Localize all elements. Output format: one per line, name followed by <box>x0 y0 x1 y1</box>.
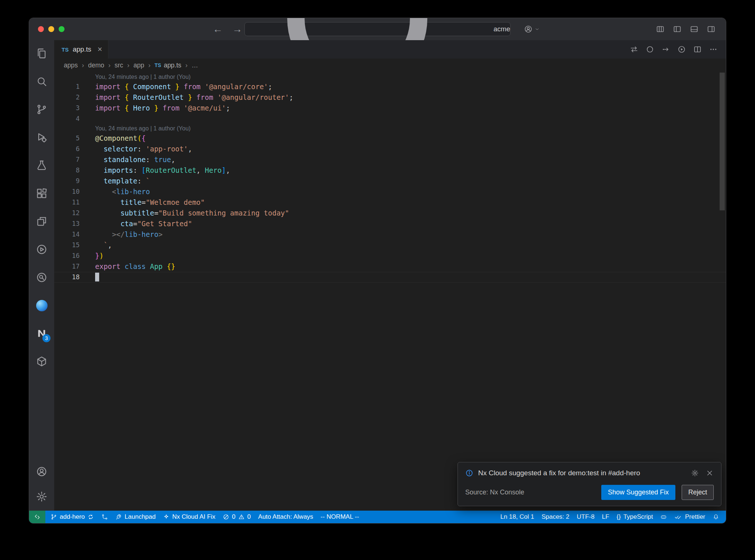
minimize-window-button[interactable] <box>48 26 54 32</box>
editor-actions <box>630 40 718 59</box>
notification-close-button[interactable] <box>706 469 714 477</box>
annotations-icon[interactable] <box>646 45 654 54</box>
activity-explorer[interactable] <box>33 45 51 62</box>
more-actions-icon[interactable] <box>709 45 718 54</box>
auto-attach-item[interactable]: Auto Attach: Always <box>254 511 317 523</box>
tab-app-ts[interactable]: TS app.ts × <box>54 40 108 59</box>
forward-button[interactable]: → <box>232 24 242 34</box>
branch-item[interactable]: add-hero <box>47 511 98 523</box>
line-number: 13 <box>54 218 80 229</box>
formatter-item[interactable]: Prettier <box>671 511 709 523</box>
code-line[interactable]: 4 <box>54 113 726 124</box>
notifications-bell[interactable] <box>709 511 723 523</box>
edge-icon <box>36 300 48 311</box>
breadcrumb-item-apps[interactable]: apps <box>64 62 78 69</box>
language-item[interactable]: {} TypeScript <box>613 511 657 523</box>
breadcrumb-file[interactable]: TS app.ts <box>154 62 181 69</box>
activity-run-target[interactable] <box>33 241 51 258</box>
code-line[interactable]: 2import { RouterOutlet } from '@angular/… <box>54 92 726 103</box>
remote-icon <box>34 514 41 520</box>
play-circle-icon <box>36 244 48 255</box>
activity-search[interactable] <box>33 73 51 90</box>
problems-item[interactable]: 0 0 <box>219 511 254 523</box>
notification-source: Source: Nx Console <box>465 489 601 496</box>
eol-item[interactable]: LF <box>598 511 613 523</box>
vertical-scrollbar[interactable] <box>720 73 725 210</box>
code-line[interactable]: 6 selector: 'app-root', <box>54 144 726 154</box>
account-icon <box>524 25 533 34</box>
cursor-position-item[interactable]: Ln 18, Col 1 <box>497 511 538 523</box>
code-line[interactable]: 14 ></lib-hero> <box>54 229 726 240</box>
split-editor-icon[interactable] <box>693 45 702 54</box>
activity-edge-devtools[interactable] <box>33 297 51 314</box>
play-circle-icon[interactable] <box>677 45 686 54</box>
code-line[interactable]: 17export class App {} <box>54 261 726 272</box>
code-line[interactable]: 12 subtitle="Build something amazing tod… <box>54 208 726 218</box>
notification-title: Nx Cloud suggested a fix for demo:test i… <box>478 469 686 477</box>
search-value: acme <box>494 25 510 33</box>
tab-close-button[interactable]: × <box>98 45 102 53</box>
code-line[interactable]: 7 standalone: true, <box>54 154 726 165</box>
line-number: 5 <box>54 133 80 144</box>
remote-indicator[interactable] <box>29 511 45 523</box>
code-line[interactable]: 18 <box>54 272 726 283</box>
customize-layout-button[interactable] <box>656 25 665 34</box>
activity-containers[interactable] <box>33 353 51 370</box>
toggle-panel-button[interactable] <box>690 25 699 34</box>
activity-source-control[interactable] <box>33 101 51 118</box>
code-line[interactable]: 1import { Component } from '@angular/cor… <box>54 81 726 92</box>
activity-extensions[interactable] <box>33 185 51 202</box>
show-suggested-fix-button[interactable]: Show Suggested Fix <box>601 485 675 500</box>
code-line[interactable]: 13 cta="Get Started" <box>54 218 726 229</box>
windows-icon <box>36 216 48 227</box>
account-button[interactable] <box>524 25 540 34</box>
code-line[interactable]: 3import { Hero } from '@acme/ui'; <box>54 103 726 113</box>
copilot-item[interactable] <box>657 511 671 523</box>
code-line[interactable]: 10 <lib-hero <box>54 186 726 197</box>
activity-run-debug[interactable] <box>33 129 51 146</box>
activity-remote-explorer[interactable] <box>33 213 51 230</box>
activity-accounts[interactable] <box>33 463 51 480</box>
layout-controls <box>656 25 716 34</box>
nx-cloud-fix-item[interactable]: Nx Cloud AI Fix <box>159 511 219 523</box>
code-line[interactable]: 8 imports: [RouterOutlet, Hero], <box>54 165 726 176</box>
code-line[interactable]: 9 template: ` <box>54 176 726 186</box>
vscode-window: ← → acme <box>29 18 726 524</box>
line-number: 1 <box>54 81 80 92</box>
code-line[interactable]: 11 title="Welcmoe demo" <box>54 197 726 208</box>
error-icon <box>223 514 229 520</box>
breadcrumb-item-demo[interactable]: demo <box>88 62 104 69</box>
line-number: 7 <box>54 154 80 165</box>
command-center-search[interactable]: acme <box>244 22 511 36</box>
activity-testing[interactable] <box>33 157 51 174</box>
code-line[interactable]: 16}) <box>54 251 726 261</box>
line-number: 14 <box>54 229 80 240</box>
launchpad-item[interactable]: Launchpad <box>112 511 159 523</box>
close-window-button[interactable] <box>38 26 44 32</box>
run-icon[interactable] <box>661 45 670 54</box>
breadcrumb-more[interactable]: … <box>192 62 198 69</box>
activity-code-search[interactable] <box>33 269 51 286</box>
back-button[interactable]: ← <box>213 24 223 34</box>
code-line[interactable]: 5@Component({ <box>54 133 726 144</box>
status-bar: add-hero Launchpad Nx Cloud AI Fix 0 0 A… <box>29 511 726 523</box>
code-line[interactable]: 15 `, <box>54 240 726 251</box>
open-changes-icon[interactable] <box>630 45 639 54</box>
notification-settings-button[interactable] <box>691 469 699 477</box>
vim-mode-item[interactable]: -- NORMAL -- <box>317 511 363 523</box>
desktop-background: { "colors": { "statusbar": "#0078d4", "r… <box>0 0 755 560</box>
code-editor[interactable]: You, 24 minutes ago | 1 author (You)1imp… <box>54 72 726 511</box>
title-bar: ← → acme <box>29 18 726 40</box>
breadcrumb-item-src[interactable]: src <box>115 62 123 69</box>
line-number: 10 <box>54 186 80 197</box>
indentation-item[interactable]: Spaces: 2 <box>538 511 573 523</box>
activity-settings[interactable] <box>33 488 51 505</box>
encoding-item[interactable]: UTF-8 <box>573 511 598 523</box>
git-graph-item[interactable] <box>98 511 112 523</box>
toggle-secondary-sidebar-button[interactable] <box>707 25 716 34</box>
reject-button[interactable]: Reject <box>682 485 714 500</box>
zoom-window-button[interactable] <box>59 26 65 32</box>
breadcrumb-item-app[interactable]: app <box>133 62 144 69</box>
toggle-sidebar-button[interactable] <box>673 25 682 34</box>
activity-nx-console[interactable]: 3 <box>33 325 51 342</box>
